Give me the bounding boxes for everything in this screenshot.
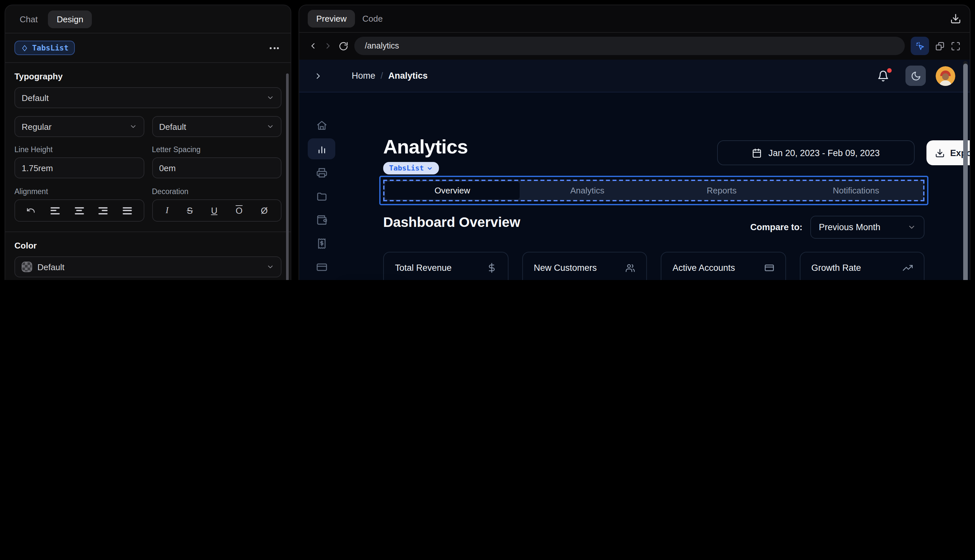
overline-icon[interactable]: O [235,205,242,215]
font-size-select[interactable]: Default [152,116,282,137]
forward-icon[interactable] [324,41,333,50]
compare-select[interactable]: Previous Month [810,216,925,239]
pointer-sparkle-icon [915,41,925,51]
user-avatar[interactable] [936,66,955,85]
receipt-icon [316,238,327,249]
back-icon[interactable] [308,41,317,50]
line-height-field [15,157,144,178]
printer-icon [316,167,327,178]
stat-card-active-accounts: Active Accounts 12,234 +19% from last mo… [661,252,786,280]
alignment-label: Alignment [15,188,144,195]
v0-app-window: Chat Design TabsList Typography Default … [0,0,975,280]
undo-icon[interactable] [27,206,36,215]
stat-card-new-customers: New Customers 2,350 +180.1% from last mo… [522,252,647,280]
stat-card-growth-rate: Growth Rate 18.6% +5.4% from last month … [800,252,925,280]
preview-panel: Preview Code Home / Analy [299,5,970,280]
tab-code[interactable]: Code [355,10,390,28]
stat-card-total-revenue: Total Revenue $45,231.89 +20.1% from las… [383,252,508,280]
letter-spacing-input[interactable] [159,163,274,173]
selected-component-chip[interactable]: TabsList [15,41,75,55]
inspect-cursor-button[interactable] [911,37,929,55]
chevron-down-icon [129,123,137,130]
diamond-icon [21,44,28,52]
compare-label: Compare to: [750,222,803,232]
tab-notifications[interactable]: Notifications [789,181,923,200]
sidebar-item-cards[interactable] [311,257,333,277]
calendar-icon [752,148,762,158]
align-center-icon[interactable] [75,207,83,214]
download-icon[interactable] [950,13,961,24]
breadcrumb-separator: / [381,71,383,81]
breadcrumb-home[interactable]: Home [352,71,375,81]
italic-icon[interactable]: I [166,205,169,216]
chevron-down-icon [907,223,916,232]
url-input[interactable] [364,41,896,51]
users-icon [625,263,635,273]
panel-tabs: Chat Design [5,5,290,33]
design-panel: Chat Design TabsList Typography Default … [5,5,291,280]
download-icon [935,148,945,158]
no-decoration-icon[interactable]: Ø [261,205,268,215]
viewport-scrollbar-thumb[interactable] [963,63,968,280]
sidebar-item-files[interactable] [311,186,333,206]
tab-overview[interactable]: Overview [385,182,520,199]
tab-analytics[interactable]: Analytics [520,181,655,200]
sidebar-item-billing[interactable] [311,233,333,253]
strikethrough-icon[interactable]: S [187,205,192,215]
underline-icon[interactable]: U [211,205,217,215]
selected-element-chip[interactable]: TabsList [383,162,439,175]
chevron-down-icon [266,123,274,130]
typography-section-label: Typography [15,72,282,81]
home-icon [316,120,327,131]
folder-icon [316,190,327,202]
chevron-down-icon [266,263,274,271]
url-bar [354,37,905,55]
decoration-label: Decoration [152,188,282,195]
chevron-down-icon [266,94,274,102]
alignment-group [15,199,144,222]
credit-card-icon [316,261,327,272]
sidebar-expand-icon[interactable] [314,71,323,80]
tab-preview[interactable]: Preview [308,10,355,28]
font-family-select[interactable]: Default [15,87,282,108]
trending-up-icon [903,263,913,273]
fullscreen-icon[interactable] [951,41,960,51]
align-left-icon[interactable] [50,207,60,214]
bar-chart-icon [316,143,327,155]
color-section-label: Color [15,241,282,250]
sidebar-item-print[interactable] [311,163,333,182]
color-select[interactable]: Default [15,257,282,277]
line-height-label: Line Height [15,145,144,153]
decoration-group: I S U O Ø [152,199,282,222]
divider [5,62,290,63]
sidebar-item-home[interactable] [311,115,333,135]
tab-design[interactable]: Design [48,10,92,28]
tab-reports[interactable]: Reports [654,181,789,200]
font-weight-select[interactable]: Regular [15,116,144,137]
color-swatch-icon [22,262,32,272]
section-heading: Dashboard Overview [383,215,520,230]
line-height-input[interactable] [22,163,137,173]
refresh-icon[interactable] [339,41,348,51]
copy-icon[interactable] [935,41,945,51]
page-title: Analytics [383,136,468,158]
align-justify-icon[interactable] [123,207,132,214]
credit-card-icon [764,263,774,273]
letter-spacing-label: Letter Spacing [152,145,282,153]
sidebar-item-wallet[interactable] [311,210,333,230]
more-options-icon[interactable] [267,44,282,52]
app-preview-viewport: Home / Analytics [299,60,970,280]
chevron-down-icon [426,165,433,172]
date-range-button[interactable]: Jan 20, 2023 - Feb 09, 2023 [717,140,915,165]
dashboard-sidebar-rail [299,92,344,280]
panel-scrollbar[interactable] [286,73,289,280]
letter-spacing-field [152,157,282,178]
wallet-icon [316,214,327,225]
dollar-icon [486,263,496,273]
sidebar-item-analytics[interactable] [308,138,335,159]
tab-chat[interactable]: Chat [13,10,44,28]
align-right-icon[interactable] [99,207,108,214]
tabs-list: Overview Analytics Reports Notifications [383,180,925,201]
